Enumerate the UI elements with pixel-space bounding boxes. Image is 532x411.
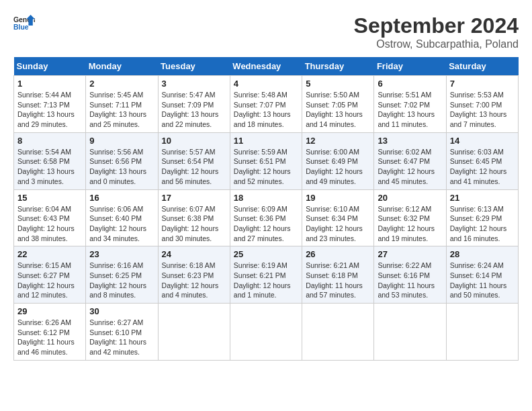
day-number: 6	[378, 79, 442, 89]
weekday-header-row: SundayMondayTuesdayWednesdayThursdayFrid…	[14, 57, 519, 76]
day-info: Sunrise: 6:24 AMSunset: 6:14 PMDaylight:…	[450, 261, 515, 300]
day-number: 30	[89, 306, 154, 316]
day-cell-8: 8Sunrise: 5:54 AMSunset: 6:58 PMDaylight…	[14, 132, 86, 189]
day-cell-4: 4Sunrise: 5:48 AMSunset: 7:07 PMDaylight…	[230, 76, 302, 133]
day-number: 11	[234, 136, 298, 146]
day-cell-3: 3Sunrise: 5:47 AMSunset: 7:09 PMDaylight…	[158, 76, 230, 133]
day-cell-20: 20Sunrise: 6:12 AMSunset: 6:32 PMDayligh…	[374, 189, 446, 246]
day-number: 25	[234, 249, 298, 259]
day-cell-29: 29Sunrise: 6:26 AMSunset: 6:12 PMDayligh…	[14, 304, 86, 361]
day-number: 7	[450, 79, 515, 89]
day-info: Sunrise: 5:51 AMSunset: 7:02 PMDaylight:…	[378, 90, 442, 130]
weekday-friday: Friday	[374, 57, 446, 76]
day-cell-6: 6Sunrise: 5:51 AMSunset: 7:02 PMDaylight…	[374, 76, 446, 133]
week-row-4: 29Sunrise: 6:26 AMSunset: 6:12 PMDayligh…	[14, 304, 519, 361]
calendar-header: SundayMondayTuesdayWednesdayThursdayFrid…	[14, 57, 519, 76]
day-cell-26: 26Sunrise: 6:21 AMSunset: 6:18 PMDayligh…	[302, 246, 374, 304]
day-info: Sunrise: 6:10 AMSunset: 6:34 PMDaylight:…	[306, 204, 370, 244]
day-info: Sunrise: 5:56 AMSunset: 6:56 PMDaylight:…	[89, 147, 154, 187]
day-info: Sunrise: 6:26 AMSunset: 6:12 PMDaylight:…	[17, 318, 82, 357]
day-cell-23: 23Sunrise: 6:16 AMSunset: 6:25 PMDayligh…	[86, 246, 158, 304]
day-number: 16	[89, 193, 154, 203]
weekday-thursday: Thursday	[302, 57, 374, 76]
day-number: 18	[234, 193, 298, 203]
day-info: Sunrise: 6:18 AMSunset: 6:23 PMDaylight:…	[162, 261, 226, 300]
day-number: 1	[17, 79, 82, 89]
day-info: Sunrise: 5:48 AMSunset: 7:07 PMDaylight:…	[234, 90, 298, 130]
calendar-table: SundayMondayTuesdayWednesdayThursdayFrid…	[13, 57, 519, 361]
day-cell-1: 1Sunrise: 5:44 AMSunset: 7:13 PMDaylight…	[14, 76, 86, 133]
week-row-3: 22Sunrise: 6:15 AMSunset: 6:27 PMDayligh…	[14, 246, 519, 304]
day-number: 4	[234, 79, 298, 89]
day-cell-5: 5Sunrise: 5:50 AMSunset: 7:05 PMDaylight…	[302, 76, 374, 133]
day-info: Sunrise: 6:09 AMSunset: 6:36 PMDaylight:…	[234, 204, 298, 244]
day-info: Sunrise: 6:15 AMSunset: 6:27 PMDaylight:…	[17, 261, 82, 300]
day-number: 19	[306, 193, 370, 203]
day-number: 17	[162, 193, 226, 203]
day-info: Sunrise: 6:04 AMSunset: 6:43 PMDaylight:…	[17, 204, 82, 244]
day-number: 3	[162, 79, 226, 89]
day-cell-13: 13Sunrise: 6:02 AMSunset: 6:47 PMDayligh…	[374, 132, 446, 189]
week-row-1: 8Sunrise: 5:54 AMSunset: 6:58 PMDaylight…	[14, 132, 519, 189]
day-info: Sunrise: 6:03 AMSunset: 6:45 PMDaylight:…	[450, 147, 515, 187]
weekday-monday: Monday	[86, 57, 158, 76]
empty-cell	[158, 304, 230, 361]
day-cell-15: 15Sunrise: 6:04 AMSunset: 6:43 PMDayligh…	[14, 189, 86, 246]
day-info: Sunrise: 6:02 AMSunset: 6:47 PMDaylight:…	[378, 147, 442, 187]
day-number: 13	[378, 136, 442, 146]
day-cell-21: 21Sunrise: 6:13 AMSunset: 6:29 PMDayligh…	[446, 189, 518, 246]
day-cell-7: 7Sunrise: 5:53 AMSunset: 7:00 PMDaylight…	[446, 76, 518, 133]
location: Ostrow, Subcarpathia, Poland	[354, 38, 519, 50]
day-number: 14	[450, 136, 515, 146]
day-number: 23	[89, 249, 154, 259]
day-info: Sunrise: 5:54 AMSunset: 6:58 PMDaylight:…	[17, 147, 82, 187]
day-info: Sunrise: 5:59 AMSunset: 6:51 PMDaylight:…	[234, 147, 298, 187]
day-cell-10: 10Sunrise: 5:57 AMSunset: 6:54 PMDayligh…	[158, 132, 230, 189]
day-info: Sunrise: 6:19 AMSunset: 6:21 PMDaylight:…	[234, 261, 298, 300]
day-number: 10	[162, 136, 226, 146]
day-info: Sunrise: 6:12 AMSunset: 6:32 PMDaylight:…	[378, 204, 442, 244]
weekday-saturday: Saturday	[446, 57, 518, 76]
weekday-sunday: Sunday	[14, 57, 86, 76]
day-number: 15	[17, 193, 82, 203]
empty-cell	[302, 304, 374, 361]
day-cell-14: 14Sunrise: 6:03 AMSunset: 6:45 PMDayligh…	[446, 132, 518, 189]
day-cell-12: 12Sunrise: 6:00 AMSunset: 6:49 PMDayligh…	[302, 132, 374, 189]
day-cell-16: 16Sunrise: 6:06 AMSunset: 6:40 PMDayligh…	[86, 189, 158, 246]
day-number: 21	[450, 193, 515, 203]
weekday-wednesday: Wednesday	[230, 57, 302, 76]
day-number: 12	[306, 136, 370, 146]
weekday-tuesday: Tuesday	[158, 57, 230, 76]
day-cell-24: 24Sunrise: 6:18 AMSunset: 6:23 PMDayligh…	[158, 246, 230, 304]
day-number: 5	[306, 79, 370, 89]
day-cell-18: 18Sunrise: 6:09 AMSunset: 6:36 PMDayligh…	[230, 189, 302, 246]
empty-cell	[374, 304, 446, 361]
day-info: Sunrise: 6:13 AMSunset: 6:29 PMDaylight:…	[450, 204, 515, 244]
svg-text:Blue: Blue	[13, 24, 29, 31]
day-info: Sunrise: 5:57 AMSunset: 6:54 PMDaylight:…	[162, 147, 226, 187]
week-row-0: 1Sunrise: 5:44 AMSunset: 7:13 PMDaylight…	[14, 76, 519, 133]
day-number: 28	[450, 249, 515, 259]
day-cell-27: 27Sunrise: 6:22 AMSunset: 6:16 PMDayligh…	[374, 246, 446, 304]
day-cell-2: 2Sunrise: 5:45 AMSunset: 7:11 PMDaylight…	[86, 76, 158, 133]
day-number: 2	[89, 79, 154, 89]
day-number: 22	[17, 249, 82, 259]
day-number: 27	[378, 249, 442, 259]
day-number: 8	[17, 136, 82, 146]
day-info: Sunrise: 6:27 AMSunset: 6:10 PMDaylight:…	[89, 318, 154, 357]
day-info: Sunrise: 6:07 AMSunset: 6:38 PMDaylight:…	[162, 204, 226, 244]
day-cell-19: 19Sunrise: 6:10 AMSunset: 6:34 PMDayligh…	[302, 189, 374, 246]
day-cell-17: 17Sunrise: 6:07 AMSunset: 6:38 PMDayligh…	[158, 189, 230, 246]
day-info: Sunrise: 5:44 AMSunset: 7:13 PMDaylight:…	[17, 90, 82, 130]
day-info: Sunrise: 6:06 AMSunset: 6:40 PMDaylight:…	[89, 204, 154, 244]
week-row-2: 15Sunrise: 6:04 AMSunset: 6:43 PMDayligh…	[14, 189, 519, 246]
day-cell-28: 28Sunrise: 6:24 AMSunset: 6:14 PMDayligh…	[446, 246, 518, 304]
month-title: September 2024	[354, 13, 519, 38]
day-info: Sunrise: 5:45 AMSunset: 7:11 PMDaylight:…	[89, 90, 154, 130]
day-cell-22: 22Sunrise: 6:15 AMSunset: 6:27 PMDayligh…	[14, 246, 86, 304]
day-number: 29	[17, 306, 82, 316]
empty-cell	[446, 304, 518, 361]
day-cell-11: 11Sunrise: 5:59 AMSunset: 6:51 PMDayligh…	[230, 132, 302, 189]
day-cell-25: 25Sunrise: 6:19 AMSunset: 6:21 PMDayligh…	[230, 246, 302, 304]
day-number: 20	[378, 193, 442, 203]
